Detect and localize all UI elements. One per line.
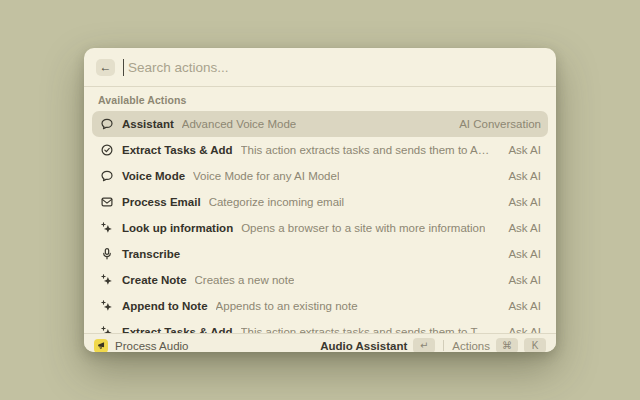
action-accessory: Ask AI xyxy=(498,222,541,234)
cmd-key-badge[interactable]: ⌘ xyxy=(496,338,518,352)
k-key-badge[interactable]: K xyxy=(524,338,546,352)
action-subtitle: Creates a new note xyxy=(195,274,295,286)
sparkles-icon xyxy=(99,299,114,314)
envelope-icon xyxy=(99,195,114,210)
action-list-panel: Available Actions AssistantAdvanced Voic… xyxy=(84,87,556,333)
action-title: Extract Tasks & Add xyxy=(122,144,233,156)
chat-bubble-icon xyxy=(99,117,114,132)
return-key-badge[interactable]: ↵ xyxy=(413,338,435,352)
action-accessory: Ask AI xyxy=(498,300,541,312)
primary-action-label[interactable]: Audio Assistant xyxy=(320,340,407,352)
action-subtitle: Voice Mode for any AI Model xyxy=(193,170,339,182)
action-title: Append to Note xyxy=(122,300,208,312)
footer-actions-group: Audio Assistant ↵ Actions ⌘ K xyxy=(320,338,546,352)
action-title: Create Note xyxy=(122,274,187,286)
sparkles-icon xyxy=(99,221,114,236)
footer-divider xyxy=(443,340,444,351)
action-accessory: Ask AI xyxy=(498,196,541,208)
action-accessory: AI Conversation xyxy=(449,118,541,130)
check-circle-icon xyxy=(99,143,114,158)
sparkles-icon xyxy=(99,325,114,334)
megaphone-icon xyxy=(94,339,108,353)
action-row[interactable]: AssistantAdvanced Voice ModeAI Conversat… xyxy=(92,111,548,137)
action-row[interactable]: Extract Tasks & AddThis action extracts … xyxy=(92,137,548,163)
action-subtitle: Categorize incoming email xyxy=(209,196,345,208)
action-title: Assistant xyxy=(122,118,174,130)
action-row[interactable]: Process EmailCategorize incoming emailAs… xyxy=(92,189,548,215)
action-title: Look up information xyxy=(122,222,233,234)
action-accessory: Ask AI xyxy=(498,274,541,286)
action-row[interactable]: Look up informationOpens a browser to a … xyxy=(92,215,548,241)
action-subtitle: Opens a browser to a site with more info… xyxy=(241,222,485,234)
microphone-icon xyxy=(99,247,114,262)
back-button[interactable]: ← xyxy=(96,59,115,76)
actions-menu-label[interactable]: Actions xyxy=(452,340,490,352)
text-cursor xyxy=(123,59,124,76)
action-row[interactable]: Voice ModeVoice Mode for any AI ModelAsk… xyxy=(92,163,548,189)
action-row[interactable]: TranscribeAsk AI xyxy=(92,241,548,267)
section-header: Available Actions xyxy=(98,94,542,106)
sparkles-icon xyxy=(99,273,114,288)
action-accessory: Ask AI xyxy=(498,144,541,156)
action-list: AssistantAdvanced Voice ModeAI Conversat… xyxy=(92,111,548,333)
action-row[interactable]: Extract Tasks & AddThis action extracts … xyxy=(92,319,548,333)
action-accessory: Ask AI xyxy=(498,170,541,182)
action-subtitle: This action extracts tasks and sends the… xyxy=(241,144,491,156)
action-row[interactable]: Append to NoteAppends to an existing not… xyxy=(92,293,548,319)
action-accessory: Ask AI xyxy=(498,248,541,260)
action-subtitle: Advanced Voice Mode xyxy=(182,118,296,130)
action-title: Voice Mode xyxy=(122,170,185,182)
command-palette-window: ← Available Actions AssistantAdvanced Vo… xyxy=(84,48,556,352)
search-input[interactable] xyxy=(128,60,544,75)
action-subtitle: This action extracts tasks and sends the… xyxy=(241,326,491,333)
action-row[interactable]: Create NoteCreates a new noteAsk AI xyxy=(92,267,548,293)
search-bar: ← xyxy=(84,48,556,87)
back-arrow-icon: ← xyxy=(100,61,112,73)
action-subtitle: Appends to an existing note xyxy=(216,300,358,312)
footer-bar: Process Audio Audio Assistant ↵ Actions … xyxy=(84,333,556,352)
action-title: Extract Tasks & Add xyxy=(122,326,233,333)
footer-app-name: Process Audio xyxy=(115,340,189,352)
action-title: Transcribe xyxy=(122,248,180,260)
action-accessory: Ask AI xyxy=(498,326,541,333)
chat-bubble-icon xyxy=(99,169,114,184)
action-title: Process Email xyxy=(122,196,201,208)
